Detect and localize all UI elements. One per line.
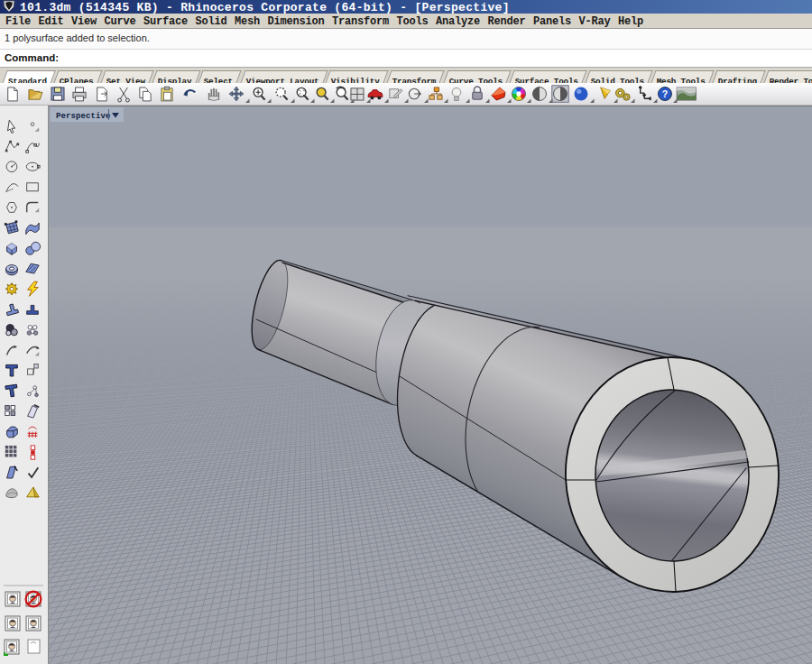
svg-text:Perspective: Perspective: [56, 112, 111, 121]
svg-text:?: ?: [662, 88, 668, 99]
